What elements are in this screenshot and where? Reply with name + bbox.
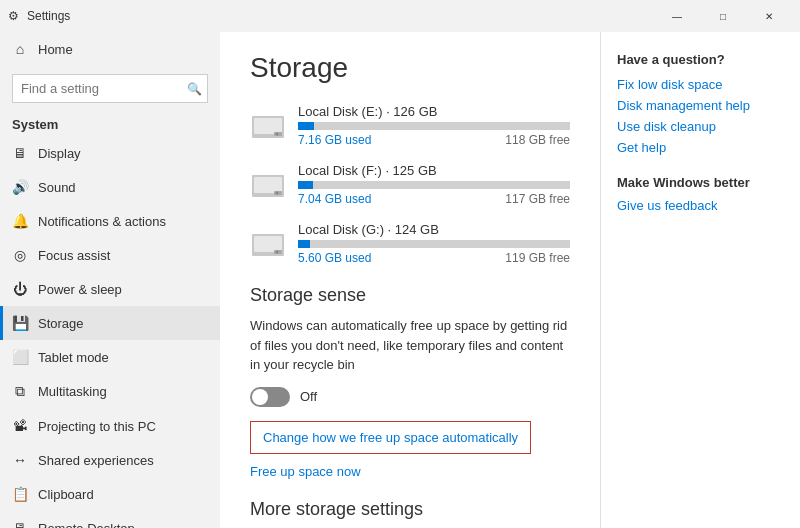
progress-fill-g	[298, 240, 310, 248]
sidebar-item-notifications[interactable]: 🔔 Notifications & actions	[0, 204, 220, 238]
disk-used-f: 7.04 GB used	[298, 192, 371, 206]
disk-name-e: Local Disk (E:) · 126 GB	[298, 104, 570, 119]
svg-rect-5	[254, 177, 282, 193]
sidebar-label-clipboard: Clipboard	[38, 487, 94, 502]
disk-info-e: Local Disk (E:) · 126 GB 7.16 GB used 11…	[298, 104, 570, 147]
disk-stats-e: 7.16 GB used 118 GB free	[298, 133, 570, 147]
storage-sense-desc: Windows can automatically free up space …	[250, 316, 570, 375]
display-icon: 🖥	[12, 145, 28, 161]
disk-free-g: 119 GB free	[505, 251, 570, 265]
remote-icon: 🖥	[12, 520, 28, 528]
sidebar-item-clipboard[interactable]: 📋 Clipboard	[0, 477, 220, 511]
disk-name-f: Local Disk (F:) · 125 GB	[298, 163, 570, 178]
sidebar-item-shared[interactable]: ↔ Shared experiences	[0, 443, 220, 477]
disk-stats-g: 5.60 GB used 119 GB free	[298, 251, 570, 265]
page-title: Storage	[250, 52, 570, 84]
disk-used-g: 5.60 GB used	[298, 251, 371, 265]
sidebar-item-tablet[interactable]: ⬜ Tablet mode	[0, 340, 220, 374]
sidebar-item-remote[interactable]: 🖥 Remote Desktop	[0, 511, 220, 528]
maximize-button[interactable]: □	[700, 0, 746, 32]
sidebar: ⌂ Home 🔍 System 🖥 Display 🔊 Sound 🔔 Noti…	[0, 32, 220, 528]
disk-name-g: Local Disk (G:) · 124 GB	[298, 222, 570, 237]
progress-bar-f	[298, 181, 570, 189]
close-button[interactable]: ✕	[746, 0, 792, 32]
sidebar-item-display[interactable]: 🖥 Display	[0, 136, 220, 170]
sidebar-label-sound: Sound	[38, 180, 76, 195]
sound-icon: 🔊	[12, 179, 28, 195]
home-icon: ⌂	[12, 41, 28, 57]
shared-icon: ↔	[12, 452, 28, 468]
get-help-link[interactable]: Get help	[617, 140, 784, 155]
sidebar-label-display: Display	[38, 146, 81, 161]
progress-bar-e	[298, 122, 570, 130]
disk-stats-f: 7.04 GB used 117 GB free	[298, 192, 570, 206]
disk-info-g: Local Disk (G:) · 124 GB 5.60 GB used 11…	[298, 222, 570, 265]
storage-sense-toggle[interactable]	[250, 387, 290, 407]
toggle-label: Off	[300, 389, 317, 404]
sidebar-label-storage: Storage	[38, 316, 84, 331]
change-auto-link[interactable]: Change how we free up space automaticall…	[263, 430, 518, 445]
progress-fill-f	[298, 181, 313, 189]
sidebar-label-projecting: Projecting to this PC	[38, 419, 156, 434]
more-settings-title: More storage settings	[250, 499, 570, 520]
feedback-section: Make Windows better Give us feedback	[617, 175, 784, 213]
disk-used-e: 7.16 GB used	[298, 133, 371, 147]
sidebar-item-home[interactable]: ⌂ Home	[0, 32, 220, 66]
minimize-button[interactable]: —	[654, 0, 700, 32]
titlebar-title: Settings	[27, 9, 70, 23]
disk-item-e: Local Disk (E:) · 126 GB 7.16 GB used 11…	[250, 104, 570, 147]
sidebar-item-multitasking[interactable]: ⧉ Multitasking	[0, 374, 220, 409]
focus-icon: ◎	[12, 247, 28, 263]
sidebar-label-power: Power & sleep	[38, 282, 122, 297]
multitasking-icon: ⧉	[12, 383, 28, 400]
change-auto-box: Change how we free up space automaticall…	[250, 421, 531, 454]
sidebar-item-projecting[interactable]: 📽 Projecting to this PC	[0, 409, 220, 443]
svg-point-7	[276, 191, 279, 194]
notifications-icon: 🔔	[12, 213, 28, 229]
system-section-label: System	[0, 111, 220, 136]
sidebar-label-tablet: Tablet mode	[38, 350, 109, 365]
sidebar-label-shared: Shared experiences	[38, 453, 154, 468]
svg-point-3	[276, 132, 279, 135]
disk-management-link[interactable]: Disk management help	[617, 98, 784, 113]
fix-disk-link[interactable]: Fix low disk space	[617, 77, 784, 92]
titlebar-controls: — □ ✕	[654, 0, 792, 32]
disk-free-e: 118 GB free	[505, 133, 570, 147]
disk-cleanup-link[interactable]: Use disk cleanup	[617, 119, 784, 134]
progress-bar-g	[298, 240, 570, 248]
sidebar-item-sound[interactable]: 🔊 Sound	[0, 170, 220, 204]
disk-item-g: Local Disk (G:) · 124 GB 5.60 GB used 11…	[250, 222, 570, 265]
titlebar-left: ⚙ Settings	[8, 9, 70, 23]
sidebar-item-power[interactable]: ⏻ Power & sleep	[0, 272, 220, 306]
progress-fill-e	[298, 122, 314, 130]
svg-rect-1	[254, 118, 282, 134]
free-space-link[interactable]: Free up space now	[250, 464, 570, 479]
sidebar-label-multitasking: Multitasking	[38, 384, 107, 399]
disk-free-f: 117 GB free	[505, 192, 570, 206]
sidebar-item-focus[interactable]: ◎ Focus assist	[0, 238, 220, 272]
svg-rect-9	[254, 236, 282, 252]
storage-sense-title: Storage sense	[250, 285, 570, 306]
right-panel: Have a question? Fix low disk space Disk…	[600, 32, 800, 528]
titlebar: ⚙ Settings — □ ✕	[0, 0, 800, 32]
sidebar-label-remote: Remote Desktop	[38, 521, 135, 529]
clipboard-icon: 📋	[12, 486, 28, 502]
feedback-title: Make Windows better	[617, 175, 784, 190]
sidebar-label-focus: Focus assist	[38, 248, 110, 263]
give-feedback-link[interactable]: Give us feedback	[617, 198, 784, 213]
settings-icon: ⚙	[8, 9, 19, 23]
sidebar-item-storage[interactable]: 💾 Storage	[0, 306, 220, 340]
app-body: ⌂ Home 🔍 System 🖥 Display 🔊 Sound 🔔 Noti…	[0, 32, 800, 528]
projecting-icon: 📽	[12, 418, 28, 434]
question-title: Have a question?	[617, 52, 784, 67]
svg-point-11	[276, 250, 279, 253]
disk-item-f: Local Disk (F:) · 125 GB 7.04 GB used 11…	[250, 163, 570, 206]
search-input[interactable]	[12, 74, 208, 103]
sidebar-search: 🔍	[12, 74, 208, 103]
tablet-icon: ⬜	[12, 349, 28, 365]
drive-icon-g	[250, 230, 286, 258]
sidebar-label-notifications: Notifications & actions	[38, 214, 166, 229]
main-content: Storage Local Disk (E:) · 126 GB 7.16 GB…	[220, 32, 600, 528]
sidebar-label-home: Home	[38, 42, 73, 57]
storage-icon: 💾	[12, 315, 28, 331]
